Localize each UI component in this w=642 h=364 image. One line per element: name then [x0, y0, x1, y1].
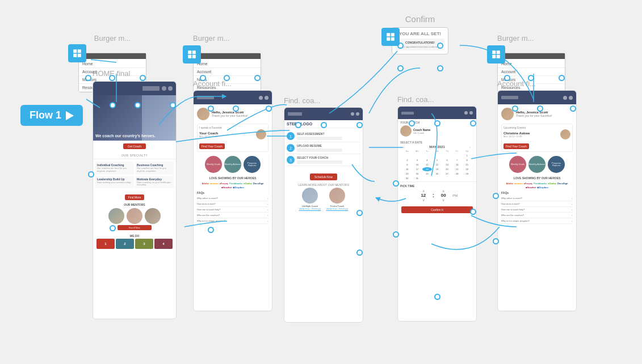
faq2-item-3[interactable]: How can a coach help?+	[501, 207, 573, 213]
home-enroll-btn[interactable]: Enroll Now	[118, 225, 152, 230]
mentor-avatar-1	[108, 208, 124, 224]
faq-item-3[interactable]: How can a coach help?+	[197, 207, 268, 213]
day-26[interactable]: 26	[433, 172, 442, 176]
day-23[interactable]: 23	[402, 172, 412, 176]
cal-prev[interactable]: ‹	[404, 145, 405, 149]
service-motivate-text: Start coaching on your challenges everyd…	[137, 181, 172, 187]
hour-down[interactable]: ∨	[417, 198, 430, 202]
find-coach-1-group: Find. coa... STEP • LOGO 1 SELF ASSESSME…	[284, 96, 363, 323]
dot-sched-1	[409, 120, 415, 126]
burger-menu-1-icon[interactable]	[68, 44, 86, 62]
burger-row-home-3[interactable]: Home	[498, 60, 565, 68]
faq-item-2[interactable]: How does it work?+	[197, 201, 268, 207]
dot-sched-bot	[434, 294, 440, 300]
org-afterpay: afterpay	[220, 182, 229, 185]
day-27[interactable]: 27	[442, 172, 452, 176]
day-empty-4	[433, 154, 442, 158]
service-motivate-title: Motivate Everyday	[137, 177, 172, 181]
burger-header-3	[498, 53, 565, 59]
dot-acc2-1	[512, 105, 518, 112]
day-3[interactable]: 3	[413, 158, 422, 162]
step-input-2[interactable]	[297, 149, 342, 152]
step-1: 1	[96, 239, 115, 249]
flow-button[interactable]: Flow 1	[20, 105, 83, 126]
day-17[interactable]: 17	[413, 167, 422, 171]
mentor-avatar-2	[127, 208, 142, 224]
cal-next[interactable]: ›	[469, 145, 471, 149]
day-18[interactable]: 18	[422, 167, 432, 171]
dot-burger2-r	[254, 75, 261, 81]
day-9[interactable]: 9	[402, 163, 412, 167]
svg-rect-0	[73, 49, 77, 53]
day-2[interactable]: 2	[402, 158, 412, 162]
faq2-item-4[interactable]: Who are the coaches?+	[501, 213, 573, 218]
day-1[interactable]: 1	[462, 154, 472, 158]
svg-rect-1	[78, 49, 81, 53]
faq-item-1[interactable]: Why select a coach?+	[197, 196, 268, 201]
day-19[interactable]: 19	[433, 167, 442, 171]
home-find-more-btn[interactable]: Find More	[125, 194, 145, 200]
account-1-coach-avatar	[256, 129, 266, 139]
step-row-1: 1 SELF ASSESSMENT	[287, 130, 360, 142]
day-13[interactable]: 13	[442, 163, 452, 167]
coach-full-btn-1[interactable]: VIEW FULL PROFILE	[297, 208, 322, 210]
circle2-progress: Progress Reports	[548, 156, 565, 173]
faq-item-4[interactable]: Who are the coaches?+	[197, 213, 268, 218]
find-schedule-btn[interactable]: Schedule Now	[310, 173, 337, 180]
step-input-3[interactable]	[297, 160, 342, 164]
burger-menu-3-icon[interactable]	[487, 45, 505, 64]
day-empty-2	[413, 154, 422, 158]
step-input-1[interactable]	[297, 137, 342, 140]
day-22[interactable]: 22	[462, 167, 472, 171]
home-services-grid: Individual Coaching Our coaches are here…	[93, 159, 176, 191]
home-final-frame: We coach our country's heroes. Get Coach…	[93, 81, 177, 319]
day-8[interactable]: 8	[462, 158, 472, 162]
day-16[interactable]: 16	[402, 167, 412, 171]
confirm-icon[interactable]	[381, 28, 400, 46]
faq2-item-1[interactable]: Why select a coach?+	[501, 196, 573, 201]
dot-acc1-2	[233, 105, 239, 112]
org2-amazon: amazon	[514, 182, 523, 185]
day-7[interactable]: 7	[452, 158, 462, 162]
faq-item-5[interactable]: Why is it a unique program?+	[197, 218, 268, 224]
circle2-weekly: Weekly Goals	[509, 156, 526, 173]
day-14[interactable]: 14	[452, 163, 462, 167]
home-nav-header	[93, 82, 176, 95]
org-adobe: Adobe	[202, 182, 208, 185]
min-down[interactable]: ∨	[437, 198, 450, 202]
day-21[interactable]: 21	[452, 167, 462, 171]
day-6[interactable]: 6	[442, 158, 452, 162]
day-25[interactable]: 25	[422, 172, 432, 176]
hour-up[interactable]: ∧	[417, 189, 430, 193]
burger-row-home-2[interactable]: Home	[194, 60, 261, 68]
confirm-book-btn[interactable]: Confirm It	[401, 206, 473, 213]
day-28[interactable]: 28	[452, 172, 462, 176]
account-1-faq-title: FAQs	[197, 191, 268, 194]
account-1-find-btn[interactable]: Find Your Coach	[199, 143, 225, 149]
day-10[interactable]: 10	[413, 163, 422, 167]
faq2-item-2[interactable]: How does it work?+	[501, 201, 573, 207]
home-get-coach-btn[interactable]: Get Coach	[123, 143, 146, 149]
account-2-find-btn[interactable]: Find Your Coach	[503, 143, 529, 149]
burger-menu-2-icon[interactable]	[183, 45, 201, 64]
org-amazon: amazon	[210, 182, 219, 185]
day-31[interactable]: 31	[413, 176, 422, 180]
coach-full-btn-2[interactable]: VIEW FULL PROFILE	[325, 208, 350, 210]
home-find-more-wrapper: Find More	[93, 191, 176, 201]
day-30[interactable]: 30	[402, 176, 412, 180]
dot-acc1-4	[208, 227, 214, 233]
day-15[interactable]: 15	[462, 163, 472, 167]
day-20[interactable]: 20	[442, 167, 452, 171]
org2-docusign: DocuSign	[557, 182, 568, 185]
faq2-item-5[interactable]: Why is it a unique program?+	[501, 218, 573, 224]
day-12[interactable]: 12	[433, 163, 442, 167]
step-row-3: 3 SELECT YOUR COACH	[287, 154, 360, 166]
day-4[interactable]: 4	[422, 158, 432, 162]
burger-row-home-1[interactable]: Home	[79, 60, 146, 68]
day-5[interactable]: 5	[433, 158, 442, 162]
day-11[interactable]: 11	[422, 163, 432, 167]
min-up[interactable]: ∧	[437, 189, 450, 193]
day-29[interactable]: 29	[462, 172, 472, 176]
day-24[interactable]: 24	[413, 172, 422, 176]
step-2: 2	[116, 239, 134, 249]
